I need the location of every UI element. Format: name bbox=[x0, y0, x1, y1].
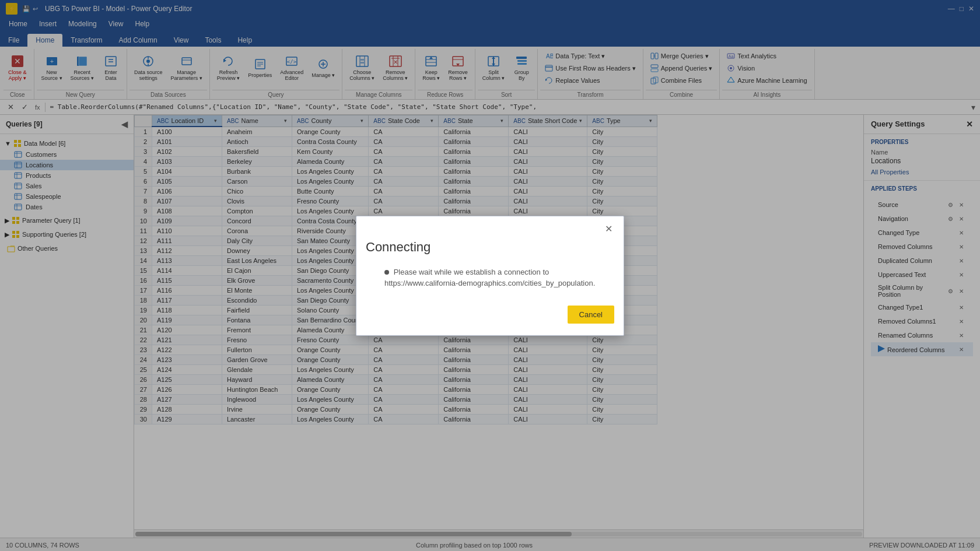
dialog-body: Please wait while we establish a connect… bbox=[356, 262, 624, 294]
dialog-bullet bbox=[384, 270, 389, 275]
dialog-header: ✕ bbox=[356, 216, 624, 240]
dialog-overlay: ✕ Connecting Please wait while we establ… bbox=[0, 0, 980, 551]
dialog-title: Connecting bbox=[356, 240, 624, 262]
connecting-dialog: ✕ Connecting Please wait while we establ… bbox=[356, 216, 624, 336]
dialog-cancel-button[interactable]: Cancel bbox=[568, 306, 614, 324]
dialog-footer: Cancel bbox=[356, 294, 624, 335]
dialog-message: Please wait while we establish a connect… bbox=[384, 268, 595, 288]
dialog-close-button[interactable]: ✕ bbox=[603, 223, 614, 235]
